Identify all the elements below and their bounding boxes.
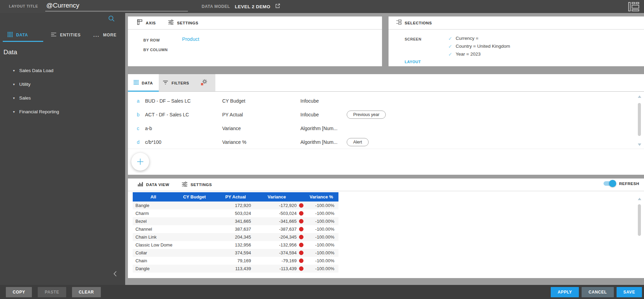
table-row[interactable]: Channel 387,637 -387,637 -100.00% [133,225,338,233]
check-icon: ✓ [448,51,452,57]
sidebar-tab-data[interactable]: DATA [8,28,28,42]
by-row-label: BY ROW [143,38,160,42]
table-row[interactable]: Chain Link 204,345 -204,345 -100.00% [133,233,338,241]
copy-button[interactable]: COPY [6,287,32,297]
sidebar-tab-more[interactable]: ... MORE [93,28,117,42]
block-type: Infocube [300,112,343,117]
block-name: CY Budget [222,98,300,104]
alert-dot-icon [299,219,303,223]
sidebar-tab-label: ENTITIES [60,33,81,37]
alert-dot-icon [299,258,303,263]
tab-dataview-settings[interactable]: SETTINGS [182,182,212,188]
table-row[interactable]: Dangle 113,439 -113,439 -100.00% [133,265,338,273]
tab-axis-settings[interactable]: SETTINGS [168,20,198,26]
clear-button[interactable]: CLEAR [72,287,101,297]
rows-footer-divider [128,149,644,149]
tab-axis[interactable]: AXIS [137,19,156,26]
data-block-row-b[interactable]: b ACT - DF - Sales LC PY Actual Infocube… [128,108,634,122]
apply-button[interactable]: APPLY [551,287,579,297]
add-data-block-button[interactable] [131,153,149,171]
by-column-label: BY COLUMN [143,48,168,52]
column-header-cy-budget[interactable]: CY Budget [174,194,215,199]
column-header-all[interactable]: All [133,194,174,199]
toggle-knob [609,180,616,187]
scroll-thumb[interactable] [638,103,641,136]
tree-item-sales[interactable]: ▾ Sales [0,91,125,105]
data-view-panel: DATA VIEW SETTINGS REFRESH All CY Budget… [128,179,644,278]
axis-panel: AXIS SETTINGS BY ROW Product BY COLUMN [128,16,382,66]
column-header-py-actual[interactable]: PY Actual [215,194,256,199]
axis-icon [137,19,143,26]
tab-filters[interactable]: FILTERS [159,74,193,92]
sidebar: DATA ENTITIES ... MORE Data ▾ Sales Data… [0,13,125,285]
refresh-toggle[interactable] [604,181,615,186]
block-type: Infocube [300,98,343,104]
layout-title-input[interactable]: @Currency [45,2,188,11]
bar-chart-icon [138,182,143,188]
caret-down-icon: ▾ [13,69,15,72]
table-header-row: All CY Budget PY Actual Variance Varianc… [133,192,338,202]
collapse-sidebar-chevron-icon[interactable] [113,271,117,278]
tab-cube-settings[interactable] [193,74,215,92]
screen-selections-list: ✓ Currency = ✓ Country = United Kingdom … [448,34,510,58]
selection-item: ✓ Year = 2023 [448,50,510,58]
scroll-down-arrow[interactable] [638,143,641,146]
layout-switcher-icon[interactable] [628,2,639,13]
scroll-up-arrow[interactable] [638,95,641,98]
alert-dot-icon [299,266,303,271]
by-row-value[interactable]: Product [182,36,199,42]
selections-icon [396,20,402,26]
table-row[interactable]: Bezel 341,665 -341,665 -100.00% [133,217,338,225]
data-block-row-d[interactable]: d c/b*100 Variance % Algorithm [Num... A… [128,135,634,149]
active-tab-underline [3,41,43,42]
data-grid-icon [134,80,139,86]
settings-sliders-icon [168,20,174,26]
block-letter: b [137,112,145,117]
check-icon: ✓ [448,44,452,49]
save-button[interactable]: SAVE [617,287,642,297]
data-model-value: LEVEL 2 DEMO [235,4,271,9]
data-preview-table: All CY Budget PY Actual Variance Varianc… [133,192,338,273]
alert-dot-icon [299,243,303,247]
sidebar-tab-entities[interactable]: ENTITIES [51,28,81,42]
tree-item-sales-data-load[interactable]: ▾ Sales Data Load [0,64,125,77]
alert-dot-icon [299,235,303,239]
column-header-variance-pct[interactable]: Variance % [304,194,338,199]
alert-pill[interactable]: Alert [347,138,369,146]
screen-label: SCREEN [405,37,421,41]
block-source: a-b [145,126,222,131]
data-block-row-a[interactable]: a BUD - DF – Sales LC CY Budget Infocube [128,94,634,108]
data-blocks-panel: DATA FILTERS [128,74,644,175]
column-header-variance[interactable]: Variance [256,194,304,199]
table-row[interactable]: Classic Low Dome 132,956 -132,956 -100.0… [133,241,338,249]
active-tab-underline [128,91,159,92]
table-row[interactable]: Bangle 172,920 -172,920 -100.00% [133,202,338,209]
paste-button[interactable]: PASTE [38,287,66,297]
data-tree: ▾ Sales Data Load ▾ Utility ▾ Sales ▾ Fi… [0,64,125,118]
selection-item: ✓ Currency = [448,34,510,42]
table-row[interactable]: Chain 79,169 -79,169 -100.00% [133,257,338,265]
previous-year-pill[interactable]: Previous year [347,111,386,119]
check-icon: ✓ [448,36,452,41]
refresh-label: REFRESH [619,182,639,186]
cancel-button[interactable]: CANCEL [582,287,614,297]
open-data-model-icon[interactable] [275,3,281,10]
block-source: BUD - DF – Sales LC [145,98,222,104]
tab-selections[interactable]: SELECTIONS [396,20,432,26]
table-row[interactable]: Charm 503,024 -503,024 -100.00% [133,209,338,217]
data-grid-icon [8,32,13,38]
tree-item-financial-reporting[interactable]: ▾ Financial Reporting [0,105,125,118]
scroll-thumb[interactable] [638,204,641,236]
sidebar-tab-label: MORE [103,33,117,37]
tab-data[interactable]: DATA [128,74,159,92]
caret-down-icon: ▾ [13,96,15,100]
tab-data-view[interactable]: DATA VIEW [138,182,169,188]
data-block-row-c[interactable]: c a-b Variance Algorithm [Num... [128,122,634,135]
search-icon[interactable] [108,15,115,23]
tree-item-utility[interactable]: ▾ Utility [0,77,125,91]
scroll-up-arrow[interactable] [638,198,641,200]
selections-panel: SELECTIONS SCREEN ✓ Currency = ✓ Country… [389,16,644,66]
table-row[interactable]: Collar 374,594 -374,594 -100.00% [133,249,338,257]
block-letter: c [137,126,145,131]
sidebar-section-title: Data [3,48,17,56]
